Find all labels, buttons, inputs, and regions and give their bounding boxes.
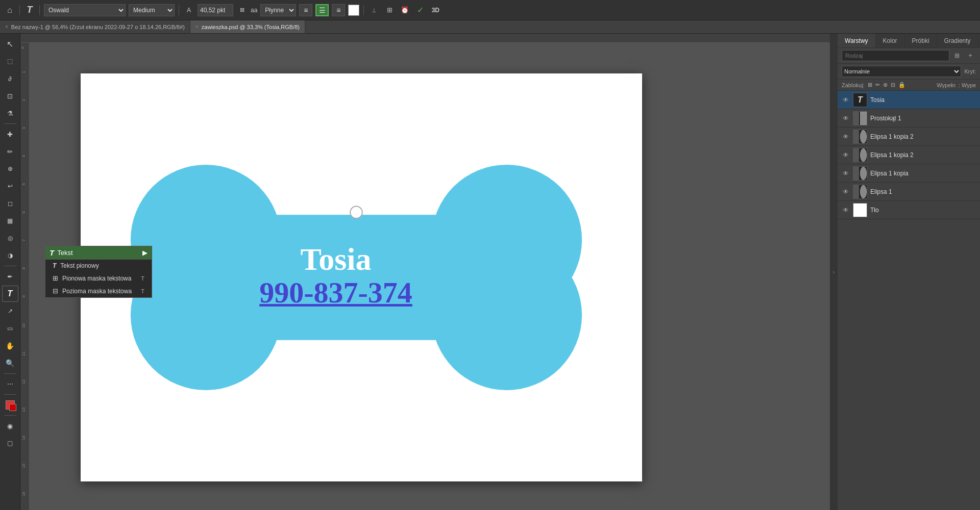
layer-vis-elipsa-kopia[interactable]: 👁 <box>842 169 850 177</box>
ctx-item-pionowa-maska[interactable]: ⊞ Pionowa maska tekstowa T <box>45 272 152 285</box>
layer-item-tlo[interactable]: 👁 Tło <box>838 201 980 219</box>
canvas-viewport[interactable]: Tosia 990-837-374 T Tekst ▶ T Tekst pion… <box>30 43 830 510</box>
blur-tool[interactable]: ◎ <box>2 230 18 246</box>
layers-add-icon[interactable]: + <box>965 50 976 61</box>
tab-bar: × Bez nazwy-1 @ 56,4% (Zrzut ekranu 2022… <box>0 20 980 34</box>
top-toolbar: ⌂ T Oswald Medium A ⊠ aa Płynne ≡ ☰ ≡ ⟂ … <box>0 0 980 20</box>
history-tool[interactable]: ↩ <box>2 178 18 194</box>
home-icon[interactable]: ⌂ <box>4 5 15 16</box>
align-left-button[interactable]: ≡ <box>299 4 312 16</box>
layer-vis-elipsa-kopia2b[interactable]: 👁 <box>842 151 850 159</box>
layer-item-tosia[interactable]: 👁 T Tosia <box>838 91 980 109</box>
text-tool[interactable]: T <box>2 286 18 302</box>
layers-search-input[interactable] <box>842 50 949 61</box>
ctx-item-icon-2: ⊟ <box>53 287 58 295</box>
quick-mask-tool[interactable]: ◉ <box>2 418 18 434</box>
blend-mode-row: Normalnie Kryt: <box>838 64 980 80</box>
ctx-header-icon: T <box>50 248 54 257</box>
font-family-select[interactable]: Oswald <box>44 4 126 16</box>
heal-tool[interactable]: ✚ <box>2 126 18 142</box>
more-tools[interactable]: ⋯ <box>2 376 18 392</box>
layer-item-elipsa-kopia2a[interactable]: 👁 Elipsa 1 kopia 2 <box>838 128 980 146</box>
lock-transparent-icon[interactable]: ⊠ <box>868 82 872 88</box>
3d-label[interactable]: 3D <box>429 4 442 16</box>
layer-thumb-tlo <box>853 203 867 217</box>
layer-vis-tlo[interactable]: 👁 <box>842 206 850 214</box>
font-weight-select[interactable]: Medium <box>129 4 175 16</box>
layer-name-tosia: Tosia <box>870 96 976 104</box>
layer-vis-prostokat[interactable]: 👁 <box>842 114 850 122</box>
fg-color-swatch[interactable] <box>2 397 18 413</box>
context-menu-header[interactable]: T Tekst ▶ <box>45 246 152 260</box>
brush-tool[interactable]: ✏ <box>2 143 18 160</box>
screen-mode-tool[interactable]: ▢ <box>2 435 18 451</box>
path-select-tool[interactable]: ↗ <box>2 303 18 319</box>
ctx-header-label: Tekst <box>57 249 72 257</box>
dodge-tool[interactable]: ◑ <box>2 247 18 264</box>
lock-artboard-icon[interactable]: ⊟ <box>891 82 895 88</box>
layer-vis-tosia[interactable]: 👁 <box>842 96 850 104</box>
panel-tab-gradienty[interactable]: Gradienty <box>937 34 978 47</box>
ctx-item-pozioma-maska[interactable]: ⊟ Pozioma maska tekstowa T <box>45 285 152 297</box>
tab-close-1[interactable]: × <box>5 24 8 30</box>
shape-tool[interactable]: ▭ <box>2 320 18 337</box>
layer-vis-elipsa-kopia2a[interactable]: 👁 <box>842 133 850 141</box>
layer-vis-elipsa1[interactable]: 👁 <box>842 188 850 196</box>
ctx-shortcut-1: T <box>141 275 144 282</box>
timer-icon[interactable]: ⏰ <box>399 4 411 16</box>
stamp-tool[interactable]: ⊕ <box>2 161 18 177</box>
crop-tool[interactable]: ⊡ <box>2 88 18 104</box>
lock-pixels-icon[interactable]: ✏ <box>875 82 880 88</box>
ctx-item-tekst-pionowy[interactable]: T Tekst pionowy <box>45 260 152 272</box>
move-tool[interactable]: ↖ <box>2 36 18 52</box>
select-tool[interactable]: ⬚ <box>2 53 18 69</box>
layer-item-elipsa-kopia2b[interactable]: 👁 Elipsa 1 kopia 2 <box>838 146 980 164</box>
lock-position-icon[interactable]: ⊕ <box>883 82 888 88</box>
zoom-tool[interactable]: 🔍 <box>2 355 18 371</box>
ctx-shortcut-2: T <box>141 288 144 294</box>
divider4 <box>363 5 364 15</box>
layer-item-elipsa1[interactable]: 👁 Elipsa 1 <box>838 183 980 201</box>
align-right-button[interactable]: ≡ <box>332 4 345 16</box>
panel-tab-kolor[interactable]: Kolor <box>876 34 905 47</box>
eyedropper-tool[interactable]: ⚗ <box>2 105 18 121</box>
panel-tab-warstwy[interactable]: Warstwy <box>838 34 876 47</box>
main-area: ↖ ⬚ ∂ ⊡ ⚗ ✚ ✏ ⊕ ↩ ◻ ▦ ◎ ◑ ✒ T ↗ ▭ ✋ 🔍 ⋯ … <box>0 34 980 510</box>
lock-all-icon[interactable]: 🔒 <box>898 82 905 88</box>
opacity-label: Kryt: <box>964 68 976 74</box>
panel-tabs: Warstwy Kolor Próbki Gradienty <box>838 34 980 48</box>
layers-list: 👁 T Tosia 👁 Prostokąt 1 👁 <box>838 91 980 510</box>
lt-sep2 <box>4 266 16 266</box>
tab-zawieszka[interactable]: × zawieszka.psd @ 33,3% (Tosia,RGB/8) <box>190 20 305 33</box>
baseline-shift-icon[interactable]: ⟂ <box>368 4 380 16</box>
layer-thumb-elipsa1 <box>853 185 867 199</box>
tab-screenshot[interactable]: × Bez nazwy-1 @ 56,4% (Zrzut ekranu 2022… <box>0 20 190 33</box>
pen-tool[interactable]: ✒ <box>2 268 18 285</box>
right-panel: Warstwy Kolor Próbki Gradienty ⊞ + Norma… <box>837 34 980 510</box>
embed-icon[interactable]: ⊞ <box>383 4 396 16</box>
tab-close-2[interactable]: × <box>195 24 199 30</box>
blend-mode-select[interactable]: Normalnie <box>842 66 961 77</box>
check-icon[interactable]: ✓ <box>414 4 426 16</box>
layers-filter-icon[interactable]: ⊞ <box>951 50 963 61</box>
font-size-input[interactable] <box>198 4 233 16</box>
panel-tab-probki[interactable]: Próbki <box>905 34 937 47</box>
layer-name-elipsa-kopia2a: Elipsa 1 kopia 2 <box>870 133 976 140</box>
layer-item-elipsa-kopia[interactable]: 👁 Elipsa 1 kopia <box>838 164 980 183</box>
text-tool-icon[interactable]: T <box>24 5 35 16</box>
text-color-swatch[interactable] <box>348 5 359 16</box>
antialias-select[interactable]: Płynne <box>260 4 296 16</box>
eraser-tool[interactable]: ◻ <box>2 195 18 212</box>
layer-thumb-tosia: T <box>853 93 867 107</box>
fill-colon: : Wype <box>959 82 976 88</box>
layer-item-prostokat[interactable]: 👁 Prostokąt 1 <box>838 109 980 128</box>
ctx-item-label-0: Tekst pionowy <box>60 262 99 269</box>
align-center-button[interactable]: ☰ <box>315 4 329 16</box>
canvas-with-ruler: 0 1 2 3 4 5 6 7 8 9 10 11 12 13 14 15 16… <box>20 43 830 510</box>
lasso-tool[interactable]: ∂ <box>2 70 18 87</box>
resize-icon: ⊠ <box>236 5 248 16</box>
bone-text-container: Tosia 990-837-374 <box>183 242 489 309</box>
collapse-strip[interactable]: › <box>830 34 837 510</box>
hand-tool[interactable]: ✋ <box>2 338 18 354</box>
gradient-tool[interactable]: ▦ <box>2 213 18 229</box>
